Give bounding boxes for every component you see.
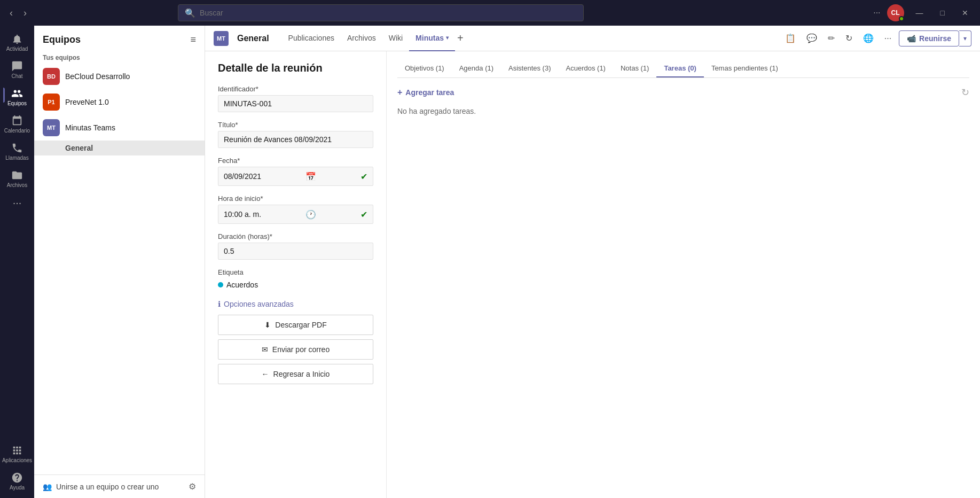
reunirse-dropdown-button[interactable]: ▾: [959, 30, 971, 46]
detail-tabs: Objetivos (1) Agenda (1) Asistentes (3) …: [397, 60, 969, 78]
notes-icon-button[interactable]: 📋: [782, 30, 799, 46]
nav-forward-button[interactable]: ›: [20, 5, 30, 21]
reunirse-button[interactable]: 📹 Reunirse: [899, 30, 959, 46]
detail-tab-acuerdos[interactable]: Acuerdos (1): [559, 60, 613, 77]
form-group-duracion: Duración (horas)* 0.5: [218, 232, 373, 260]
descargar-pdf-button[interactable]: ⬇ Descargar PDF: [218, 315, 373, 335]
team-item-becloud[interactable]: BD BeCloud Desarrollo ···: [34, 64, 205, 89]
tab-wiki[interactable]: Wiki: [382, 26, 409, 51]
search-input[interactable]: [200, 9, 577, 17]
download-icon: ⬇: [264, 321, 271, 329]
tab-minutas-dropdown-icon: ▾: [446, 35, 449, 41]
chat-label: Chat: [11, 73, 22, 79]
avatar[interactable]: CL: [887, 4, 904, 21]
channel-item-general[interactable]: General: [34, 141, 205, 155]
join-team-button[interactable]: 👥 Unirse a un equipo o crear uno: [43, 483, 183, 491]
minimize-button[interactable]: —: [911, 6, 929, 19]
add-task-label: Agregar tarea: [405, 88, 454, 97]
sidebar-item-more[interactable]: ···: [3, 193, 31, 212]
channel-tabs: Publicaciones Archivos Wiki Minutas ▾ +: [282, 26, 466, 51]
add-tab-button[interactable]: +: [455, 26, 466, 51]
add-task-button[interactable]: + Agregar tarea: [397, 88, 454, 97]
main-content: MT General Publicaciones Archivos Wiki M…: [205, 26, 980, 498]
channel-name: General: [237, 34, 269, 43]
close-button[interactable]: ✕: [957, 6, 974, 19]
channel-avatar-initials: MT: [217, 35, 225, 42]
sidebar-item-llamadas[interactable]: Llamadas: [3, 139, 31, 164]
restore-button[interactable]: □: [935, 6, 950, 19]
fecha-check-icon: ✔: [360, 172, 367, 182]
fecha-value: 08/09/2021: [224, 172, 261, 181]
form-group-hora: Hora de inicio* 10:00 a. m. 🕐 ✔: [218, 194, 373, 224]
input-identificador[interactable]: MINUTAS-001: [218, 95, 373, 112]
input-hora[interactable]: 10:00 a. m. 🕐 ✔: [218, 205, 373, 224]
refresh-tasks-icon[interactable]: ↻: [961, 87, 969, 98]
right-panel: Objetivos (1) Agenda (1) Asistentes (3) …: [387, 51, 980, 498]
chat-icon: [11, 60, 23, 72]
input-titulo[interactable]: Reunión de Avances 08/09/2021: [218, 131, 373, 148]
label-duracion: Duración (horas)*: [218, 232, 373, 240]
page-title: Detalle de la reunión: [218, 62, 373, 74]
input-fecha[interactable]: 08/09/2021 📅 ✔: [218, 167, 373, 186]
detail-tab-agenda[interactable]: Agenda (1): [452, 60, 501, 77]
nav-back-button[interactable]: ‹: [6, 5, 16, 21]
sidebar-item-ayuda[interactable]: Ayuda: [3, 469, 31, 494]
sidebar-item-archivos[interactable]: Archivos: [3, 166, 31, 191]
more-header-button[interactable]: ···: [881, 30, 895, 46]
sidebar: Equipos ≡ Tus equipos BD BeCloud Desarro…: [34, 26, 205, 498]
sidebar-item-aplicaciones[interactable]: Aplicaciones: [3, 441, 31, 466]
descargar-pdf-label: Descargar PDF: [275, 321, 326, 329]
channel-header: MT General Publicaciones Archivos Wiki M…: [205, 26, 980, 51]
nav-buttons: ‹ ›: [6, 5, 30, 21]
calendar-input-icon[interactable]: 📅: [305, 172, 316, 182]
more-options-button[interactable]: ···: [873, 8, 880, 18]
team-item-prevenet[interactable]: P1 PreveNet 1.0 ···: [34, 89, 205, 115]
chat-bubble-icon-button[interactable]: 💬: [803, 30, 820, 46]
refresh-icon-button[interactable]: ↻: [842, 30, 856, 46]
sidebar-menu-button[interactable]: ≡: [190, 34, 196, 45]
detail-tab-notas[interactable]: Notas (1): [613, 60, 656, 77]
tab-minutas[interactable]: Minutas ▾: [409, 26, 455, 51]
etiqueta-row: Acuerdos: [218, 278, 373, 291]
sidebar-item-equipos[interactable]: Equipos: [3, 84, 31, 110]
regresar-label: Regresar a Inicio: [273, 370, 330, 378]
etiqueta-dot-icon: [218, 282, 223, 287]
label-titulo: Título*: [218, 121, 373, 129]
search-bar[interactable]: 🔍: [178, 4, 584, 21]
sidebar-item-chat[interactable]: Chat: [3, 57, 31, 82]
llamadas-label: Llamadas: [5, 155, 28, 161]
enviar-correo-label: Enviar por correo: [272, 345, 330, 354]
enviar-correo-button[interactable]: ✉ Enviar por correo: [218, 339, 373, 360]
detail-tab-objetivos[interactable]: Objetivos (1): [397, 60, 452, 77]
globe-icon-button[interactable]: 🌐: [860, 30, 877, 46]
sidebar-item-actividad[interactable]: Actividad: [3, 30, 31, 55]
team-name-becloud: BeCloud Desarrollo: [65, 72, 184, 81]
label-etiqueta: Etiqueta: [218, 268, 373, 276]
join-team-label: Unirse a un equipo o crear uno: [56, 483, 159, 491]
titulo-value: Reunión de Avances 08/09/2021: [224, 135, 332, 144]
edit-icon-button[interactable]: ✏: [825, 30, 838, 46]
form-group-etiqueta: Etiqueta Acuerdos: [218, 268, 373, 291]
back-icon: ←: [262, 370, 269, 378]
detail-tab-asistentes[interactable]: Asistentes (3): [501, 60, 558, 77]
input-duracion[interactable]: 0.5: [218, 243, 373, 260]
email-icon: ✉: [262, 345, 268, 354]
archivos-label: Archivos: [7, 182, 27, 188]
clock-icon[interactable]: 🕐: [305, 209, 316, 220]
settings-button[interactable]: ⚙: [189, 481, 196, 492]
opciones-avanzadas-link[interactable]: ℹ Opciones avanzadas: [218, 300, 373, 308]
aplicaciones-label: Aplicaciones: [2, 457, 32, 463]
files-icon: [11, 169, 23, 181]
regresar-inicio-button[interactable]: ← Regresar a Inicio: [218, 364, 373, 384]
form-group-fecha: Fecha* 08/09/2021 📅 ✔: [218, 157, 373, 186]
apps-icon: [11, 445, 23, 456]
active-indicator: [3, 88, 5, 103]
tab-publicaciones[interactable]: Publicaciones: [282, 26, 341, 51]
sidebar-item-calendario[interactable]: Calendario: [3, 112, 31, 137]
form-group-identificador: Identificador* MINUTAS-001: [218, 85, 373, 112]
calendario-label: Calendario: [4, 128, 30, 134]
detail-tab-tareas[interactable]: Tareas (0): [656, 60, 703, 77]
team-item-minutas[interactable]: MT Minutas Teams ···: [34, 115, 205, 141]
detail-tab-temas-pendientes[interactable]: Temas pendientes (1): [704, 60, 786, 77]
tab-archivos[interactable]: Archivos: [341, 26, 382, 51]
